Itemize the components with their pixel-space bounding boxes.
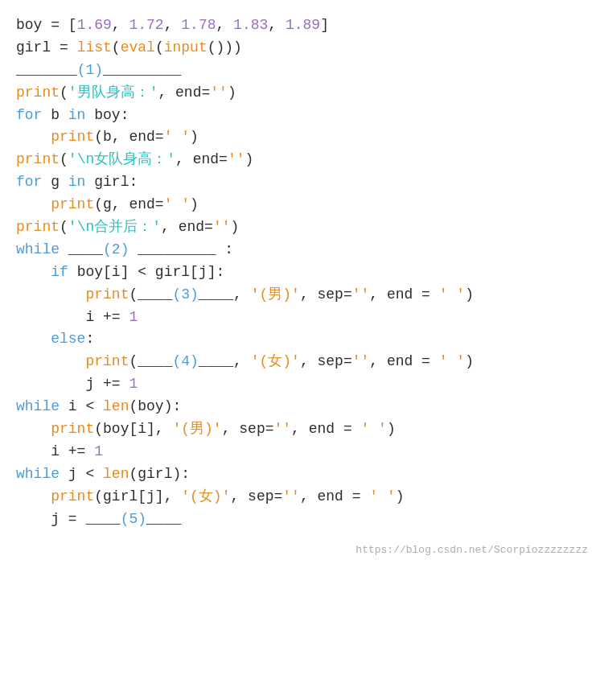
code-line-21: while j < len(girl): (16, 463, 588, 486)
code-line-4: print('男队身高：', end='') (16, 82, 588, 105)
code-line-16: print(____(4)____, '(女)', sep='', end = … (16, 351, 588, 373)
code-line-3: _______(1)_________ (16, 60, 588, 82)
code-line-13: print(____(3)____, '(男)', sep='', end = … (16, 284, 588, 307)
code-line-20: i += 1 (16, 441, 588, 463)
code-line-17: j += 1 (16, 373, 588, 396)
code-line-15: else: (16, 328, 588, 351)
code-line-23: j = ____(5)____ (16, 509, 588, 531)
code-line-6: print(b, end=' ') (16, 126, 588, 149)
code-line-11: while ____(2) _________ : (16, 239, 588, 261)
code-line-18: while i < len(boy): (16, 396, 588, 418)
code-display: boy = [1.69, 1.72, 1.78, 1.83, 1.89] gir… (16, 14, 588, 530)
code-line-10: print('\n合并后：', end='') (16, 216, 588, 239)
code-line-12: if boy[i] < girl[j]: (16, 261, 588, 284)
code-line-14: i += 1 (16, 307, 588, 329)
url-text: https://blog.csdn.net/Scorpiozzzzzzzz (355, 544, 588, 556)
code-line-2: girl = list(eval(input())) (16, 37, 588, 60)
code-line-22: print(girl[j], '(女)', sep='', end = ' ') (16, 486, 588, 509)
code-line-19: print(boy[i], '(男)', sep='', end = ' ') (16, 418, 588, 441)
url-attribution: https://blog.csdn.net/Scorpiozzzzzzzz (16, 538, 588, 561)
code-line-8: for g in girl: (16, 171, 588, 194)
code-line-9: print(g, end=' ') (16, 194, 588, 216)
code-line-5: for b in boy: (16, 105, 588, 127)
code-line-1: boy = [1.69, 1.72, 1.78, 1.83, 1.89] (16, 14, 588, 37)
code-line-7: print('\n女队身高：', end='') (16, 149, 588, 171)
